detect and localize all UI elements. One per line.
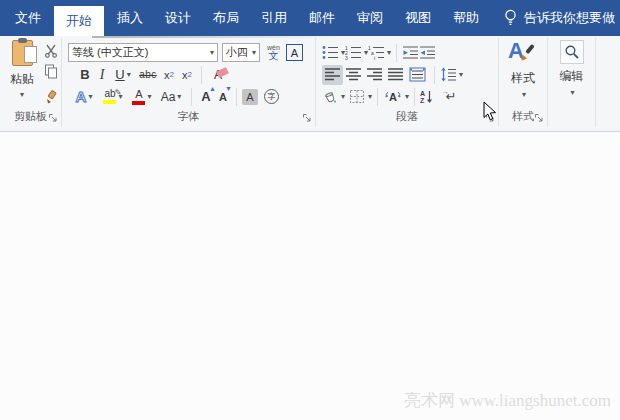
text-effects-button[interactable]: A ▾ <box>70 87 98 107</box>
tab-home[interactable]: 开始 <box>54 6 104 36</box>
ribbon: 粘贴 ▾ <box>0 36 620 132</box>
shrink-font-button[interactable]: A ▼ <box>215 87 231 107</box>
phonetic-guide-button[interactable]: wén 文 <box>267 44 280 61</box>
underline-button[interactable]: U ▾ <box>110 65 136 85</box>
font-row-2: B I U ▾ abc x2 x2 A <box>62 64 315 85</box>
sort-arrow-icon <box>426 90 433 104</box>
justify-button[interactable] <box>385 65 406 85</box>
tab-mailings[interactable]: 邮件 <box>300 0 344 36</box>
subscript-button[interactable]: x2 <box>160 65 178 85</box>
grow-font-button[interactable]: A ▲ <box>197 87 215 107</box>
sort-button[interactable]: A Z <box>420 87 433 107</box>
chevron-down-icon: ▾ <box>405 92 409 101</box>
align-left-button[interactable] <box>322 65 343 85</box>
tab-design[interactable]: 设计 <box>156 0 200 36</box>
group-font: 等线 (中文正文) ▾ 小四 ▾ wén 文 A B I U ▾ abc <box>62 36 315 131</box>
styles-dialog-launcher[interactable] <box>534 113 544 123</box>
bullets-button[interactable]: ▾ <box>322 43 345 63</box>
mini-arrow-icon: → <box>442 88 449 95</box>
font-name-combobox[interactable]: 等线 (中文正文) ▾ <box>68 43 218 62</box>
multilevel-list-button[interactable]: 1 a i ▾ <box>368 43 391 63</box>
highlight-color-button[interactable]: ab ✎ ▾ <box>98 87 128 107</box>
character-shading-button[interactable]: A <box>242 89 258 105</box>
tab-layout[interactable]: 布局 <box>204 0 248 36</box>
numbered-list-icon: 1 2 3 <box>345 45 362 60</box>
magnifier-icon <box>564 44 580 60</box>
borders-button[interactable]: ▾ <box>349 87 372 107</box>
strikethrough-button[interactable]: abc <box>136 65 160 85</box>
justify-icon <box>387 67 404 82</box>
brush-icon <box>516 42 538 64</box>
superscript-button[interactable]: x2 <box>178 65 196 85</box>
tab-review[interactable]: 审阅 <box>348 0 392 36</box>
font-color-letter: A <box>135 89 142 100</box>
font-dialog-launcher[interactable] <box>302 113 312 123</box>
increase-indent-button[interactable] <box>419 43 436 63</box>
align-right-icon <box>366 67 383 82</box>
paste-button[interactable]: 粘贴 ▾ <box>4 40 40 104</box>
cut-button[interactable] <box>42 42 60 59</box>
tab-insert[interactable]: 插入 <box>108 0 152 36</box>
align-right-button[interactable] <box>364 65 385 85</box>
format-painter-icon <box>44 90 58 104</box>
divider <box>377 88 378 106</box>
character-shading-letter: A <box>246 91 253 103</box>
character-border-letter: A <box>291 47 298 59</box>
shading-button[interactable]: ▾ <box>322 87 345 107</box>
distribute-text-button[interactable] <box>406 65 429 85</box>
font-color-button[interactable]: A ▾ <box>128 87 156 107</box>
font-row-1: 等线 (中文正文) ▾ 小四 ▾ wén 文 A <box>62 42 315 63</box>
show-hide-marks-button[interactable]: → ↵ <box>441 87 461 107</box>
clipboard-page <box>24 46 37 63</box>
character-border-button[interactable]: A <box>286 44 303 61</box>
numbering-button[interactable]: 1 2 3 ▾ <box>345 43 368 63</box>
format-painter-button[interactable] <box>42 88 60 105</box>
sort-letters: A Z <box>420 90 425 104</box>
sort-letter-a: A <box>420 90 425 97</box>
chevron-down-icon: ▾ <box>210 48 214 57</box>
increase-indent-icon <box>419 45 436 60</box>
clipboard-dialog-launcher[interactable] <box>48 113 58 123</box>
tab-references[interactable]: 引用 <box>252 0 296 36</box>
document-area[interactable]: 亮术网 www.liangshunet.com <box>0 133 620 420</box>
line-spacing-button[interactable]: ▾ <box>440 65 463 85</box>
paragraph-row-1: ▾ 1 2 3 ▾ 1 a i ▾ <box>316 42 498 63</box>
align-center-button[interactable] <box>343 65 364 85</box>
font-group-label: 字体 <box>62 109 315 124</box>
highlight-color-bar <box>103 100 116 104</box>
highlight-pen-icon: ✎ <box>115 88 122 97</box>
paste-clipboard-icon <box>12 40 33 66</box>
mouse-cursor <box>482 101 498 123</box>
divider <box>396 44 397 62</box>
text-effects-letter: A <box>76 88 87 105</box>
chevron-down-icon: ▾ <box>127 70 131 79</box>
asian-layout-letter: A <box>389 91 397 103</box>
enclose-characters-button[interactable]: 字 <box>264 87 279 107</box>
decrease-indent-button[interactable] <box>402 43 419 63</box>
asian-layout-button[interactable]: A ▾ <box>383 87 409 107</box>
editing-button-label: 编辑 <box>560 68 584 85</box>
multilevel-list-icon: 1 a i <box>368 45 385 60</box>
phonetic-hanzi-text: 文 <box>268 51 278 61</box>
distribute-text-icon <box>409 67 426 82</box>
tab-file[interactable]: 文件 <box>6 0 50 36</box>
bold-button[interactable]: B <box>76 65 94 85</box>
chevron-down-icon: ▾ <box>522 90 526 99</box>
tab-help[interactable]: 帮助 <box>444 0 488 36</box>
italic-button[interactable]: I <box>94 65 110 85</box>
styles-button[interactable]: A 样式 ▾ <box>501 40 545 102</box>
tell-me-box[interactable]: 告诉我你想要做 <box>504 0 615 36</box>
change-case-button[interactable]: Aa ▾ <box>156 87 186 107</box>
group-styles: A 样式 ▾ 样式 <box>499 36 547 131</box>
bullet-list-icon <box>322 45 339 60</box>
borders-icon <box>349 89 366 104</box>
editing-button[interactable]: 编辑 ▾ <box>550 40 593 102</box>
chevron-down-icon: ▾ <box>341 92 345 101</box>
font-name-value: 等线 (中文正文) <box>72 45 148 60</box>
tab-view[interactable]: 视图 <box>396 0 440 36</box>
chevron-down-icon: ▾ <box>20 90 24 99</box>
copy-button[interactable] <box>42 63 60 80</box>
paragraph-row-2: ▾ <box>316 64 498 85</box>
clear-formatting-button[interactable]: A <box>207 65 229 85</box>
font-size-combobox[interactable]: 小四 ▾ <box>222 43 260 62</box>
